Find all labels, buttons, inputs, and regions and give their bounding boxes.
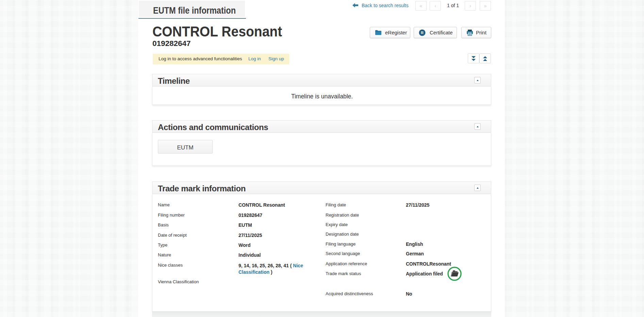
svg-text:R: R xyxy=(421,31,424,35)
